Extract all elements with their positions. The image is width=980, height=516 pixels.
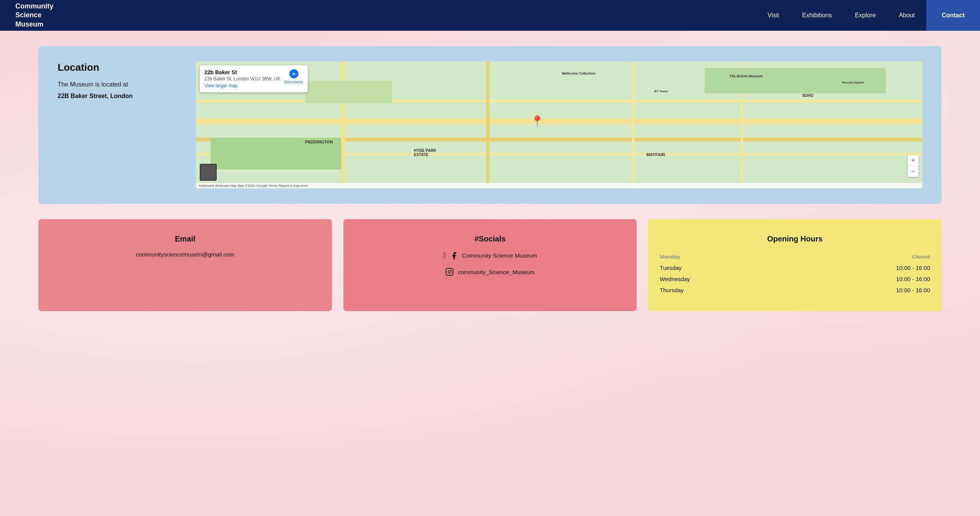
facebook-svg-icon — [450, 251, 458, 260]
hours-day: Wednesday — [660, 276, 896, 282]
nav-explore[interactable]: Explore — [843, 0, 887, 31]
bottom-cards: Email communitysciencemusem@gmail.com #S… — [38, 219, 942, 311]
email-card: Email communitysciencemusem@gmail.com — [38, 219, 332, 311]
map-pin: 📍 — [531, 115, 544, 128]
hours-day: Tuesday — [660, 265, 896, 271]
hours-row: MondayClosed — [660, 251, 930, 262]
directions-icon: ➤ — [289, 69, 298, 78]
svg-point-1 — [448, 270, 451, 273]
map: PADDINGTON HYDE PARKESTATE MAYFAIR SOHO … — [196, 62, 922, 188]
nav-contact[interactable]: Contact — [926, 0, 980, 31]
hours-rows: MondayClosedTuesday10:00 - 16:00Wednesda… — [660, 251, 930, 296]
hours-row: Tuesday10:00 - 16:00 — [660, 262, 930, 273]
location-title: Location — [58, 62, 173, 73]
map-footer: Keyboard shortcuts Map data ©2024 Google… — [196, 183, 922, 188]
hours-time: 10:00 - 16:00 — [896, 287, 930, 293]
hours-day: Thursday — [660, 287, 896, 293]
nav-about[interactable]: About — [887, 0, 927, 31]
location-description: The Museum is located at — [58, 81, 173, 88]
nav-links: Visit Exhibitions Explore About Contact — [756, 0, 980, 31]
popup-title: 22b Baker St — [204, 69, 280, 75]
directions-label: Directions — [284, 80, 303, 84]
hours-time: 10:00 - 16:00 — [896, 265, 930, 271]
nav-exhibitions[interactable]: Exhibitions — [791, 0, 843, 31]
location-card: Location The Museum is located at 22B Ba… — [38, 46, 942, 204]
map-popup: 22b Baker St 22b Baker St, London W1U 3B… — [200, 65, 308, 92]
map-container[interactable]: PADDINGTON HYDE PARKESTATE MAYFAIR SOHO … — [196, 62, 922, 188]
popup-content: 22b Baker St 22b Baker St, London W1U 3B… — [204, 69, 280, 88]
socials-card: #Socials  Community Science Museum comm… — [343, 219, 637, 311]
facebook-name: Community Science Museum — [462, 252, 537, 259]
location-text: Location The Museum is located at 22B Ba… — [58, 62, 173, 100]
hours-time: 10:00 - 16:00 — [896, 276, 930, 282]
hours-card: Opening Hours MondayClosedTuesday10:00 -… — [648, 219, 942, 311]
email-address: communitysciencemusem@gmail.com — [136, 251, 234, 258]
site-logo: Community Science Museum — [15, 2, 756, 29]
main-content: Location The Museum is located at 22B Ba… — [0, 31, 980, 326]
navbar: Community Science Museum Visit Exhibitio… — [0, 0, 980, 31]
hours-day: Monday — [660, 253, 912, 260]
hours-time: Closed — [912, 253, 930, 260]
map-zoom-out[interactable]: − — [908, 166, 919, 177]
map-copyright: Keyboard shortcuts Map data ©2024 Google… — [199, 184, 308, 188]
map-satellite-thumbnail — [200, 164, 217, 181]
hours-card-title: Opening Hours — [660, 235, 930, 243]
location-address: 22B Baker Street, London — [58, 93, 173, 100]
facebook-icon:  — [443, 251, 446, 260]
instagram-handle: community_Science_Museum — [458, 269, 534, 275]
email-card-title: Email — [175, 235, 195, 243]
popup-larger-map-link[interactable]: View larger map — [204, 83, 280, 88]
instagram-item: community_Science_Museum — [445, 268, 534, 276]
hours-row: Wednesday10:00 - 16:00 — [660, 273, 930, 285]
socials-card-title: #Socials — [474, 235, 506, 243]
svg-rect-0 — [446, 268, 453, 275]
hours-row: Thursday10:00 - 16:00 — [660, 285, 930, 296]
popup-address: 22b Baker St, London W1U 3BW, UK — [204, 76, 280, 82]
map-zoom-in[interactable]: + — [908, 155, 919, 166]
instagram-svg-icon — [445, 268, 454, 276]
nav-visit[interactable]: Visit — [756, 0, 791, 31]
map-controls: + − — [908, 155, 919, 177]
facebook-item:  Community Science Museum — [443, 251, 537, 260]
svg-point-2 — [451, 270, 452, 270]
popup-directions[interactable]: ➤ Directions — [284, 69, 303, 84]
